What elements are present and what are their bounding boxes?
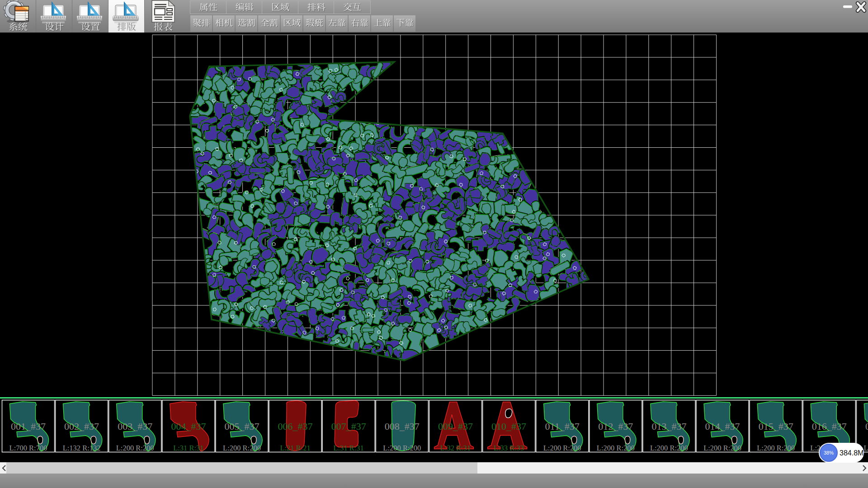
svg-text:L:200 R:200: L:200 R:200	[383, 444, 421, 452]
svg-text:011_#37: 011_#37	[545, 421, 580, 432]
svg-text:L:200 R:200: L:200 R:200	[597, 444, 635, 452]
svg-text:L:200 R:200: L:200 R:200	[543, 444, 581, 452]
svg-text:L:200 R:200: L:200 R:200	[650, 444, 688, 452]
svg-text:L:200 R:200: L:200 R:200	[757, 444, 795, 452]
svg-text:L:200 R:200: L:200 R:200	[223, 444, 261, 452]
svg-text:005_#37: 005_#37	[225, 421, 259, 432]
svg-text:L:21 R:21: L:21 R:21	[280, 444, 310, 452]
svg-text:L:32 R:31: L:32 R:31	[440, 444, 471, 452]
svg-text:L:200 R:200: L:200 R:200	[116, 444, 154, 452]
svg-text:009_#37: 009_#37	[438, 421, 473, 432]
svg-text:013_#37: 013_#37	[651, 421, 686, 432]
svg-text:L:700 R:700: L:700 R:700	[9, 444, 47, 452]
svg-text:008_#37: 008_#37	[385, 421, 420, 432]
svg-text:012_#37: 012_#37	[598, 421, 633, 432]
svg-text:004_#37: 004_#37	[171, 421, 206, 432]
svg-text:017_#37: 017_#37	[865, 421, 868, 432]
svg-text:L:132 R:132: L:132 R:132	[63, 444, 101, 452]
svg-text:L:31 R:31: L:31 R:31	[334, 444, 364, 452]
svg-text:015_#37: 015_#37	[759, 421, 793, 432]
svg-text:L:200 R:200: L:200 R:200	[863, 444, 868, 452]
svg-text:L:33 R:33: L:33 R:33	[494, 444, 524, 452]
svg-text:010_#37: 010_#37	[491, 421, 526, 432]
svg-text:007_#37: 007_#37	[331, 421, 366, 432]
svg-text:001_#37: 001_#37	[11, 421, 46, 432]
svg-text:L:200 R:200: L:200 R:200	[703, 444, 741, 452]
svg-text:014_#37: 014_#37	[705, 421, 740, 432]
svg-text:003_#37: 003_#37	[118, 421, 152, 432]
svg-text:006_#37: 006_#37	[278, 421, 313, 432]
svg-text:016_#37: 016_#37	[812, 421, 847, 432]
svg-text:002_#37: 002_#37	[64, 421, 99, 432]
svg-text:L:31 R:31: L:31 R:31	[173, 444, 203, 452]
